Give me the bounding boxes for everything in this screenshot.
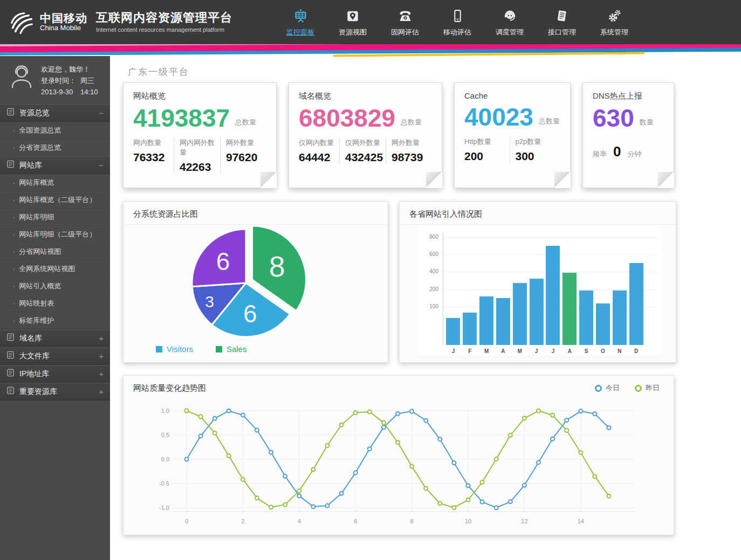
sidebar-item-1-3[interactable]: ·网站库明细（二级平台）	[0, 226, 110, 243]
section-toggle-icon[interactable]: −	[99, 108, 104, 117]
data-point	[283, 503, 287, 507]
pie-legend-item-visitors[interactable]: Visitors	[156, 344, 193, 354]
sidebar-item-1-7[interactable]: ·网站映射表	[0, 295, 110, 312]
data-point	[551, 437, 554, 441]
data-point	[495, 506, 498, 510]
sidebar-section-2[interactable]: 域名库+	[0, 329, 110, 347]
data-point	[241, 478, 245, 481]
data-point	[579, 451, 582, 454]
section-toggle-icon[interactable]: +	[99, 387, 104, 396]
data-point	[593, 412, 596, 416]
line-ytick-label: 0.5	[161, 432, 169, 438]
sidebar-section-0[interactable]: 资源总览−	[0, 104, 110, 122]
gears-icon	[593, 8, 635, 25]
data-point	[523, 417, 526, 420]
data-point	[438, 437, 442, 441]
data-point	[495, 457, 498, 461]
line-panel-title: 网站质量变化趋势图	[124, 376, 674, 398]
line-legend-item-1[interactable]: 昨日	[635, 383, 660, 393]
sidebar-item-0-0[interactable]: ·全国资源总览	[0, 122, 110, 139]
line-xtick-label: 4	[298, 518, 301, 524]
sidebar-item-1-5[interactable]: ·全网系统网站视图	[0, 260, 110, 278]
data-point	[227, 454, 231, 458]
pie-legend-item-sales[interactable]: Sales	[216, 344, 247, 354]
section-toggle-icon[interactable]: +	[99, 351, 104, 361]
app-subtitle: Internet content resources management pl…	[96, 26, 232, 33]
nav-item-gears[interactable]: 系统管理	[593, 8, 635, 37]
nav-item-phone[interactable]: 固网评估	[384, 8, 426, 37]
bar-xtick-label: M	[513, 348, 527, 354]
line-xtick-label: 14	[578, 518, 584, 524]
bar-xtick-label: A	[496, 348, 510, 354]
bar-xtick-label: J	[446, 348, 460, 354]
ribbon-stripe-green	[0, 43, 194, 51]
sidebar-item-1-0[interactable]: ·网站库概览	[0, 174, 110, 191]
data-point	[227, 409, 231, 413]
data-point	[311, 467, 315, 471]
line-legend-item-0[interactable]: 今日	[595, 383, 620, 393]
sidebar-item-1-2[interactable]: ·网站库明细	[0, 209, 110, 226]
sidebar-section-1[interactable]: 网站库−	[0, 156, 110, 174]
data-point	[537, 460, 540, 464]
user-avatar-icon	[9, 64, 35, 91]
card-substat: 仅网内数量64442	[299, 138, 339, 164]
bar-J-6	[546, 246, 560, 345]
user-login-datetime: 2013-9-30 14:10	[41, 86, 98, 98]
data-point	[368, 410, 372, 414]
bar-xtick-label: F	[463, 348, 477, 354]
section-toggle-icon[interactable]: +	[99, 334, 104, 343]
mobile-icon	[436, 8, 478, 25]
nav-item-map[interactable]: 资源视图	[332, 8, 374, 37]
dashboard-icon	[279, 8, 321, 25]
app-header: 中国移动 China Mobile 互联网内容资源管理平台 Internet c…	[0, 0, 741, 44]
stat-card-0: 网站概览4193837总数量网内数量76332网内网外数量42263网外数量97…	[123, 82, 277, 188]
card-freq-row: 频率0分钟	[593, 143, 664, 160]
bar-panel-title: 各省网站引入情况图	[400, 202, 676, 225]
sidebar-item-0-1[interactable]: ·分省资源总览	[0, 139, 110, 156]
card-title: 域名概览	[299, 91, 432, 101]
nav-item-interface-doc[interactable]: 接口管理	[541, 8, 583, 37]
bar-A-3	[496, 298, 510, 345]
section-toggle-icon[interactable]: −	[99, 161, 104, 170]
sidebar-item-1-1[interactable]: ·网站库概览（二级平台）	[0, 191, 110, 209]
gridline	[443, 237, 656, 238]
data-point	[255, 428, 259, 432]
map-icon	[332, 8, 374, 25]
nav-item-mobile[interactable]: 移动评估	[436, 8, 478, 37]
data-point	[269, 506, 273, 509]
line-ytick-label: -0.5	[159, 480, 169, 487]
card-total-value: 630	[593, 106, 634, 130]
headset-icon	[489, 8, 531, 25]
data-point	[340, 492, 344, 495]
legend-ring	[635, 385, 642, 392]
data-point	[326, 504, 330, 508]
main-nav: 监控面板资源视图固网评估移动评估调度管理接口管理系统管理	[279, 0, 646, 44]
pie-slice-label: 3	[205, 293, 214, 310]
nav-item-dashboard[interactable]: 监控面板	[279, 8, 321, 37]
user-login-line: 登录时间： 周三	[41, 75, 98, 86]
app-title: 互联网内容资源管理平台	[96, 11, 232, 25]
brand-en: China Mobile	[40, 24, 87, 32]
data-point	[438, 501, 442, 505]
sidebar-section-4[interactable]: IP地址库+	[0, 365, 110, 383]
stat-card-2: Cache40023总数量Http数量200p2p数量300	[454, 82, 571, 188]
card-substat: 网外数量97620	[220, 138, 266, 174]
card-total-value: 40023	[464, 105, 533, 129]
sidebar-section-5[interactable]: 重要资源库+	[0, 383, 110, 400]
section-toggle-icon[interactable]: +	[99, 369, 104, 378]
bar-y-axis	[443, 233, 443, 345]
data-point	[481, 480, 484, 484]
sidebar-item-1-6[interactable]: ·网站引入概览	[0, 278, 110, 295]
line-ytick-label: 0.0	[161, 456, 169, 462]
nav-item-headset[interactable]: 调度管理	[489, 8, 531, 37]
data-point	[481, 500, 484, 504]
sidebar-section-3[interactable]: 大文件库+	[0, 347, 110, 365]
data-point	[283, 474, 287, 478]
data-point	[452, 461, 456, 465]
sidebar-item-1-8[interactable]: ·标签库维护	[0, 312, 110, 329]
bar-J-5	[530, 279, 544, 345]
sidebar-item-1-4[interactable]: ·分省网站视图	[0, 243, 110, 260]
data-point	[523, 483, 526, 487]
brand-cn: 中国移动	[40, 12, 87, 24]
phone-icon	[384, 8, 426, 25]
